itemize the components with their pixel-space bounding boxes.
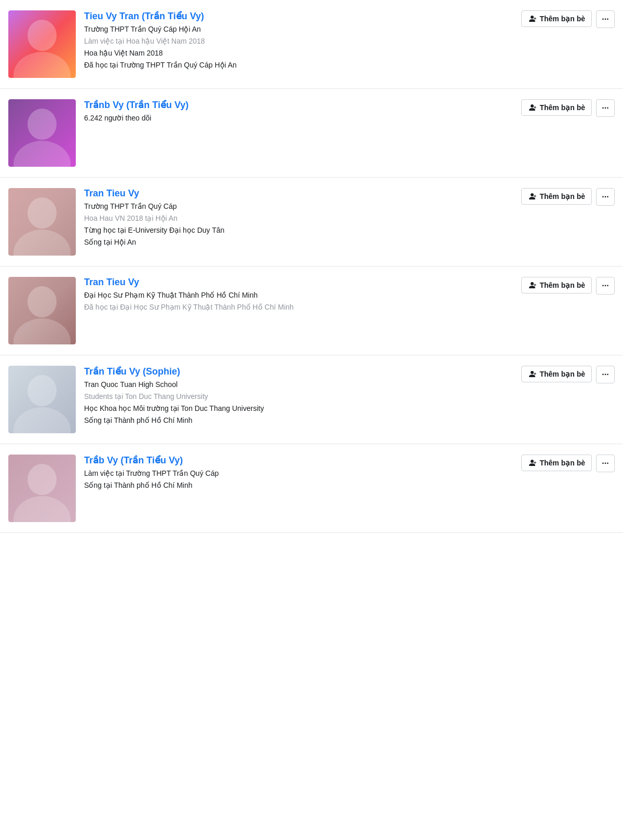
more-options-button[interactable]: ··· xyxy=(596,99,615,117)
svg-point-4 xyxy=(28,109,57,140)
svg-point-11 xyxy=(13,318,71,344)
add-friend-label: Thêm bạn bè xyxy=(539,459,585,467)
add-friend-button[interactable]: Thêm bạn bè xyxy=(521,455,592,471)
person-card: Trần Tiểu Vy (Sophie)Tran Quoc Tuan High… xyxy=(0,355,623,444)
info-line: Làm việc tại Hoa hậu Việt Nam 2018 xyxy=(84,36,513,47)
svg-point-1 xyxy=(28,20,57,51)
person-name[interactable]: Trần Tiểu Vy (Sophie) xyxy=(84,366,513,377)
svg-point-17 xyxy=(13,496,71,522)
add-friend-icon xyxy=(528,103,536,112)
info-line: Tran Quoc Tuan High School xyxy=(84,379,513,390)
person-info: Tran Tieu VyĐại Học Sư Phạm Kỹ Thuật Thà… xyxy=(84,277,513,314)
svg-point-5 xyxy=(13,141,71,167)
person-info: Trầb Vy (Trần Tiểu Vy)Làm việc tại Trườn… xyxy=(84,455,513,492)
info-line: Đại Học Sư Phạm Kỹ Thuật Thành Phố Hồ Ch… xyxy=(84,290,513,301)
info-line: Học Khoa học Môi trường tại Ton Duc Than… xyxy=(84,403,513,414)
info-line: 6.242 người theo dõi xyxy=(84,113,513,124)
info-line: Hoa Hau VN 2018 tại Hội An xyxy=(84,213,513,224)
svg-point-2 xyxy=(13,52,71,78)
add-friend-label: Thêm bạn bè xyxy=(539,15,585,23)
svg-point-14 xyxy=(13,407,71,433)
avatar xyxy=(8,188,76,256)
add-friend-label: Thêm bạn bè xyxy=(539,370,585,378)
person-card: Tran Tieu VyĐại Học Sư Phạm Kỹ Thuật Thà… xyxy=(0,266,623,355)
avatar xyxy=(8,10,76,78)
action-buttons: Thêm bạn bè··· xyxy=(521,99,615,117)
svg-point-13 xyxy=(28,375,57,406)
person-name[interactable]: Tieu Vy Tran (Trần Tiểu Vy) xyxy=(84,10,513,22)
svg-point-10 xyxy=(28,286,57,317)
info-line: Trường THPT Trần Quý Cáp xyxy=(84,201,513,212)
person-info: Tran Tieu VyTrường THPT Trần Quý CápHoa … xyxy=(84,188,513,249)
person-name[interactable]: Trầnb Vy (Trần Tiểu Vy) xyxy=(84,99,513,111)
info-line: Đã học tại Đại Học Sư Phạm Kỹ Thuật Thàn… xyxy=(84,302,513,313)
add-friend-label: Thêm bạn bè xyxy=(539,103,585,112)
person-info: Trầnb Vy (Trần Tiểu Vy)6.242 người theo … xyxy=(84,99,513,125)
svg-point-7 xyxy=(28,197,57,229)
more-options-button[interactable]: ··· xyxy=(596,10,615,28)
add-friend-icon xyxy=(528,192,536,201)
svg-point-16 xyxy=(28,464,57,495)
action-buttons: Thêm bạn bè··· xyxy=(521,10,615,28)
add-friend-icon xyxy=(528,15,536,23)
add-friend-button[interactable]: Thêm bạn bè xyxy=(521,188,592,205)
avatar xyxy=(8,366,76,433)
action-buttons: Thêm bạn bè··· xyxy=(521,277,615,295)
more-options-button[interactable]: ··· xyxy=(596,366,615,383)
svg-point-8 xyxy=(13,230,71,256)
action-buttons: Thêm bạn bè··· xyxy=(521,455,615,472)
more-options-button[interactable]: ··· xyxy=(596,455,615,472)
info-line: Từng học tại E-University Đại học Duy Tâ… xyxy=(84,225,513,236)
person-info: Trần Tiểu Vy (Sophie)Tran Quoc Tuan High… xyxy=(84,366,513,427)
add-friend-button[interactable]: Thêm bạn bè xyxy=(521,277,592,294)
info-line: Sống tại Thành phố Hồ Chí Minh xyxy=(84,480,513,491)
person-name[interactable]: Tran Tieu Vy xyxy=(84,277,513,288)
person-card: Tran Tieu VyTrường THPT Trần Quý CápHoa … xyxy=(0,178,623,266)
add-friend-icon xyxy=(528,459,536,467)
search-results-list: Tieu Vy Tran (Trần Tiểu Vy)Trường THPT T… xyxy=(0,0,623,533)
more-options-button[interactable]: ··· xyxy=(596,188,615,206)
person-card: Tieu Vy Tran (Trần Tiểu Vy)Trường THPT T… xyxy=(0,0,623,89)
add-friend-button[interactable]: Thêm bạn bè xyxy=(521,99,592,116)
add-friend-icon xyxy=(528,281,536,289)
person-name[interactable]: Trầb Vy (Trần Tiểu Vy) xyxy=(84,455,513,466)
avatar xyxy=(8,277,76,344)
person-card: Trầnb Vy (Trần Tiểu Vy)6.242 người theo … xyxy=(0,89,623,178)
info-line: Sống tại Hội An xyxy=(84,237,513,248)
add-friend-label: Thêm bạn bè xyxy=(539,281,585,289)
info-line: Hoa hậu Việt Nam 2018 xyxy=(84,48,513,59)
person-info: Tieu Vy Tran (Trần Tiểu Vy)Trường THPT T… xyxy=(84,10,513,72)
avatar xyxy=(8,455,76,522)
info-line: Trường THPT Trần Quý Cáp Hội An xyxy=(84,24,513,35)
person-name[interactable]: Tran Tieu Vy xyxy=(84,188,513,199)
person-card: Trầb Vy (Trần Tiểu Vy)Làm việc tại Trườn… xyxy=(0,444,623,533)
info-line: Đã học tại Trường THPT Trần Quý Cáp Hội … xyxy=(84,60,513,71)
add-friend-label: Thêm bạn bè xyxy=(539,192,585,201)
avatar xyxy=(8,99,76,167)
info-line: Làm việc tại Trường THPT Trần Quý Cáp xyxy=(84,468,513,479)
add-friend-button[interactable]: Thêm bạn bè xyxy=(521,366,592,382)
info-line: Sống tại Thành phố Hồ Chí Minh xyxy=(84,415,513,426)
action-buttons: Thêm bạn bè··· xyxy=(521,366,615,383)
more-options-button[interactable]: ··· xyxy=(596,277,615,295)
action-buttons: Thêm bạn bè··· xyxy=(521,188,615,206)
add-friend-icon xyxy=(528,370,536,378)
add-friend-button[interactable]: Thêm bạn bè xyxy=(521,10,592,27)
info-line: Students tại Ton Duc Thang University xyxy=(84,391,513,402)
